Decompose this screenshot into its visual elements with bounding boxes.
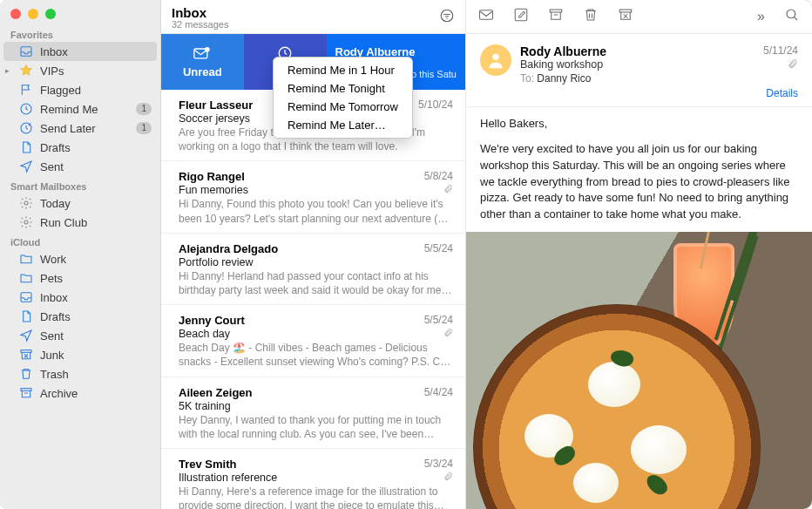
message-preview: Hi Danny! Herland had passed your contac… [179,269,453,297]
sidebar-item-vips[interactable]: ▸VIPs [0,61,160,80]
message-row[interactable]: Aileen Zeigen5/4/245K trainingHey Danny,… [161,377,465,449]
sidebar-section-favorites: Favorites [0,24,160,42]
envelope-icon[interactable] [478,7,494,26]
paperplane-icon [19,329,33,343]
message-row[interactable]: Trev Smith5/3/24Illustration referenceHi… [161,449,465,509]
archivebox-icon [19,386,33,400]
message-subject: Illustration reference [179,472,277,484]
close-window[interactable] [10,9,21,19]
message-subject: Portfolio review [179,256,253,268]
svg-point-16 [787,10,795,18]
sidebar-item-label: Drafts [40,141,71,154]
trash-icon [19,367,33,381]
sidebar-item-pets[interactable]: Pets [0,268,160,288]
sidebar-item-label: Pets [40,272,63,285]
top-cards: Unread Rem Rody Albuerne shop We're very… [161,34,465,90]
search-icon[interactable] [784,7,800,26]
gear-icon [19,196,33,210]
context-menu-item[interactable]: Remind Me Later… [274,116,412,134]
sidebar-item-run-club[interactable]: Run Club [0,213,160,232]
junk-icon[interactable] [618,7,633,26]
doc-icon [19,140,33,154]
svg-point-17 [492,54,498,60]
sidebar-item-today[interactable]: Today [0,193,160,213]
message-date: 5/10/24 [418,98,453,112]
list-header: Inbox 32 messages [161,0,465,34]
message-subject: Beach day [179,328,230,340]
tray-icon [19,44,33,58]
sidebar-section-icloud: iCloud [0,232,160,249]
context-menu-item[interactable]: Remind Me Tomorrow [274,98,412,116]
sidebar-item-send-later[interactable]: Send Later1 [0,119,160,138]
message-list[interactable]: Fleur Lasseur5/10/24Soccer jerseysAre yo… [161,90,465,509]
envelope-badge-icon [193,46,211,64]
sidebar-item-sent[interactable]: Sent [0,157,160,176]
sidebar-item-label: Inbox [40,45,68,58]
svg-rect-5 [21,293,31,302]
svg-rect-6 [21,350,31,353]
sidebar-item-inbox[interactable]: Inbox [3,42,157,61]
sidebar-item-junk[interactable]: Junk [0,345,160,364]
archive-icon[interactable] [548,7,564,26]
body-greeting: Hello Bakers, [480,116,798,132]
filter-icon[interactable] [439,8,455,27]
sidebar-item-remind-me[interactable]: Remind Me1 [0,99,160,119]
more-icon[interactable]: » [757,9,765,24]
sidebar-item-label: Archive [40,387,78,400]
attachment-icon [763,58,798,71]
sidebar-item-trash[interactable]: Trash [0,364,160,383]
xmark-bin-icon [19,348,33,362]
sidebar-item-flagged[interactable]: Flagged [0,80,160,99]
sidebar-item-drafts[interactable]: Drafts [0,307,160,326]
chevron-right-icon[interactable]: ▸ [5,66,10,75]
sidebar-item-label: Today [40,197,71,210]
svg-rect-12 [480,10,493,20]
sidebar-item-sent[interactable]: Sent [0,326,160,345]
reader-toolbar: » [466,0,812,34]
message-row[interactable]: Jenny Court5/5/24Beach dayBeach Day 🏖️ -… [161,305,465,377]
mailbox-count: 32 messages [172,19,228,30]
svg-point-4 [24,221,28,224]
message-sender: Trev Smith [179,458,424,471]
message-date: 5/3/24 [424,458,453,471]
sidebar-badge: 1 [136,103,152,115]
sidebar-item-label: Sent [40,329,64,343]
message-row[interactable]: Rigo Rangel5/8/24Fun memoriesHi Danny, F… [161,161,465,233]
sidebar-item-label: Trash [40,368,69,381]
avatar[interactable] [480,44,511,76]
reader-to: To: Danny Rico [520,72,754,85]
svg-point-3 [24,201,28,205]
sidebar-item-drafts[interactable]: Drafts [0,138,160,157]
clock-icon [19,102,33,116]
trash-icon[interactable] [583,7,599,26]
sidebar-item-label: Work [40,253,66,266]
minimize-window[interactable] [28,9,38,19]
compose-icon[interactable] [513,7,529,26]
sidebar-badge: 1 [136,122,152,134]
paperplane-icon [19,159,33,173]
sidebar-section-smart: Smart Mailboxes [0,176,160,193]
gear-icon [19,215,33,229]
context-menu-item[interactable]: Remind Me Tonight [274,79,412,98]
sidebar-item-inbox[interactable]: Inbox [0,288,160,307]
sidebar-item-work[interactable]: Work [0,249,160,268]
svg-point-8 [441,10,453,22]
reader-sender: Rody Albuerne [520,44,754,58]
message-date: 5/5/24 [424,314,453,327]
attachment-icon [443,472,453,484]
message-sender: Jenny Court [179,314,424,327]
doc-icon [19,309,33,323]
sidebar-item-label: Sent [40,160,64,173]
details-link[interactable]: Details [763,87,798,99]
message-preview: Hey Danny, I wanted to thank you for put… [179,413,453,441]
message-sender: Alejandra Delgado [179,242,424,255]
email-image [466,232,812,509]
message-row[interactable]: Alejandra Delgado5/5/24Portfolio reviewH… [161,234,465,305]
star-icon [19,64,33,78]
zoom-window[interactable] [45,9,56,19]
context-menu-item[interactable]: Remind Me in 1 Hour [274,61,412,79]
sidebar-item-archive[interactable]: Archive [0,383,160,403]
tray-icon [19,290,33,304]
reader-subject: Baking workshop [520,58,754,71]
card-unread[interactable]: Unread [161,34,244,90]
